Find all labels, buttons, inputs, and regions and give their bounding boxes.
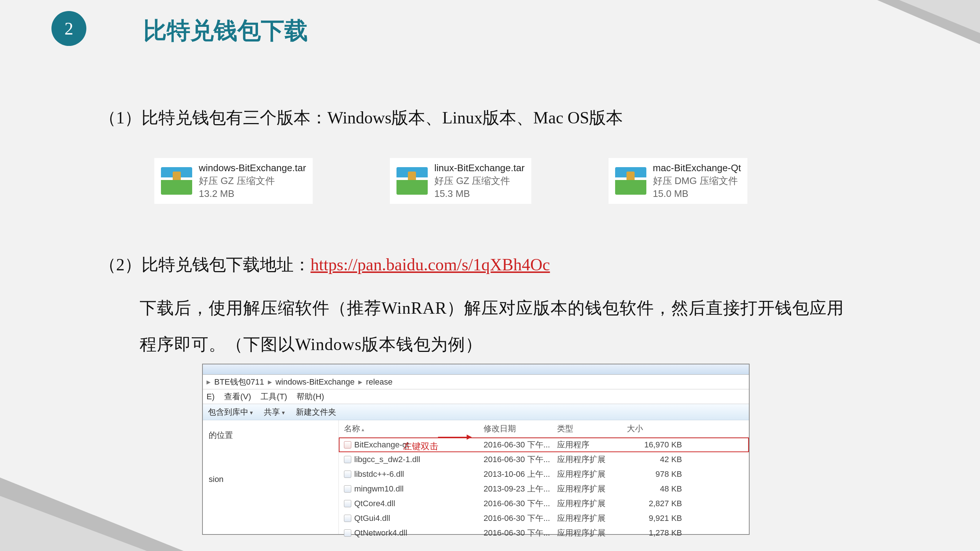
page-title: 比特兑钱包下载 xyxy=(143,15,308,47)
explorer-address-bar[interactable]: ▸ BTE钱包0711 ▸ windows-BitExchange ▸ rele… xyxy=(203,375,749,389)
col-date[interactable]: 修改日期 xyxy=(484,423,557,434)
file-type: 好压 GZ 压缩文件 xyxy=(199,175,306,187)
file-variants-row: windows-BitExchange.tar 好压 GZ 压缩文件 13.2 … xyxy=(154,158,748,204)
explorer-menu-bar: E) 查看(V) 工具(T) 帮助(H) xyxy=(203,389,749,404)
corner-decoration-tr xyxy=(877,0,980,44)
file-icon xyxy=(344,529,351,537)
file-type: 好压 GZ 压缩文件 xyxy=(434,175,525,187)
table-row[interactable]: libstdc++-6.dll2013-10-06 上午...应用程序扩展978… xyxy=(339,467,749,481)
line2-prefix: （2）比特兑钱包下载地址： xyxy=(99,255,310,274)
table-row[interactable]: QtGui4.dll2016-06-30 下午...应用程序扩展9,921 KB xyxy=(339,511,749,526)
cell-type: 应用程序扩展 xyxy=(557,454,627,465)
explorer-file-list: 名称 修改日期 类型 大小 BitExchange-qt2016-06-30 下… xyxy=(339,420,749,534)
archive-icon xyxy=(396,167,428,195)
nav-item[interactable]: sion xyxy=(209,469,332,490)
file-name: mac-BitExchange-Qt xyxy=(653,162,741,175)
file-card-mac: mac-BitExchange-Qt 好压 DMG 压缩文件 15.0 MB xyxy=(608,158,748,204)
cell-date: 2016-06-30 下午... xyxy=(484,513,557,524)
col-size[interactable]: 大小 xyxy=(627,423,689,434)
annotation-arrow-icon xyxy=(438,437,471,438)
toolbar-newfolder[interactable]: 新建文件夹 xyxy=(296,407,336,418)
cell-type: 应用程序扩展 xyxy=(557,513,627,524)
corner-decoration-bl xyxy=(0,478,184,551)
instruction-paragraph: 下载后，使用解压缩软件（推荐WinRAR）解压对应版本的钱包软件，然后直接打开钱… xyxy=(140,290,856,363)
toolbar-share[interactable]: 共享 xyxy=(264,407,285,418)
cell-date: 2016-06-30 下午... xyxy=(484,454,557,465)
chevron-right-icon: ▸ xyxy=(207,377,210,387)
table-row[interactable]: BitExchange-qt2016-06-30 下午...应用程序16,970… xyxy=(339,438,749,452)
cell-size: 16,970 KB xyxy=(627,440,689,449)
file-name: linux-BitExchange.tar xyxy=(434,162,525,175)
menu-help[interactable]: 帮助(H) xyxy=(296,391,324,402)
cell-name: BitExchange-qt xyxy=(354,440,409,449)
explorer-titlebar xyxy=(203,364,749,375)
cell-size: 9,921 KB xyxy=(627,513,689,523)
breadcrumb-seg[interactable]: BTE钱包0711 xyxy=(213,376,266,387)
cell-name: libstdc++-6.dll xyxy=(354,470,404,479)
cell-name: mingwm10.dll xyxy=(354,484,404,494)
file-card-windows: windows-BitExchange.tar 好压 GZ 压缩文件 13.2 … xyxy=(154,158,313,204)
table-row[interactable]: QtNetwork4.dll2016-06-30 下午...应用程序扩展1,27… xyxy=(339,526,749,540)
file-icon xyxy=(344,500,351,507)
file-icon xyxy=(344,441,351,448)
cell-size: 1,278 KB xyxy=(627,528,689,538)
cell-size: 42 KB xyxy=(627,455,689,464)
file-type: 好压 DMG 压缩文件 xyxy=(653,175,741,187)
cell-date: 2016-06-30 下午... xyxy=(484,527,557,538)
archive-icon xyxy=(161,167,192,195)
intro-line-2: （2）比特兑钱包下载地址：https://pan.baidu.com/s/1qX… xyxy=(99,254,550,276)
explorer-window: ▸ BTE钱包0711 ▸ windows-BitExchange ▸ rele… xyxy=(202,364,749,535)
file-icon xyxy=(344,456,351,463)
file-icon xyxy=(344,485,351,492)
menu-tools[interactable]: 工具(T) xyxy=(261,391,287,402)
col-type[interactable]: 类型 xyxy=(557,423,627,434)
breadcrumb-seg[interactable]: windows-BitExchange xyxy=(274,377,356,387)
explorer-nav-pane: 的位置 sion xyxy=(203,420,339,534)
cell-name: QtGui4.dll xyxy=(354,513,390,523)
cell-type: 应用程序扩展 xyxy=(557,469,627,480)
section-number: 2 xyxy=(65,18,73,38)
cell-date: 2016-06-30 下午... xyxy=(484,439,557,450)
file-icon xyxy=(344,470,351,478)
nav-item[interactable]: 的位置 xyxy=(209,424,332,447)
table-row[interactable]: mingwm10.dll2013-09-23 上午...应用程序扩展48 KB xyxy=(339,481,749,496)
chevron-right-icon: ▸ xyxy=(268,377,272,387)
toolbar-include[interactable]: 包含到库中 xyxy=(208,407,253,418)
archive-icon xyxy=(615,167,646,195)
cell-size: 978 KB xyxy=(627,470,689,479)
cell-name: QtCore4.dll xyxy=(354,499,395,508)
file-size: 15.3 MB xyxy=(434,187,525,200)
file-name: windows-BitExchange.tar xyxy=(199,162,306,175)
section-number-badge: 2 xyxy=(51,11,86,46)
explorer-columns: 名称 修改日期 类型 大小 xyxy=(339,420,749,438)
cell-type: 应用程序扩展 xyxy=(557,527,627,538)
cell-type: 应用程序 xyxy=(557,439,627,450)
menu-e[interactable]: E) xyxy=(207,392,215,402)
cell-type: 应用程序扩展 xyxy=(557,498,627,509)
breadcrumb-seg[interactable]: release xyxy=(364,377,394,387)
col-name[interactable]: 名称 xyxy=(344,423,484,434)
file-card-linux: linux-BitExchange.tar 好压 GZ 压缩文件 15.3 MB xyxy=(390,158,531,204)
cell-name: libgcc_s_dw2-1.dll xyxy=(354,455,420,464)
cell-date: 2013-09-23 上午... xyxy=(484,483,557,494)
file-size: 15.0 MB xyxy=(653,187,741,200)
cell-name: QtNetwork4.dll xyxy=(354,528,407,538)
table-row[interactable]: libgcc_s_dw2-1.dll2016-06-30 下午...应用程序扩展… xyxy=(339,452,749,467)
cell-date: 2013-10-06 上午... xyxy=(484,469,557,480)
menu-view[interactable]: 查看(V) xyxy=(224,391,251,402)
file-size: 13.2 MB xyxy=(199,187,306,200)
cell-type: 应用程序扩展 xyxy=(557,483,627,494)
cell-size: 2,827 KB xyxy=(627,499,689,508)
chevron-right-icon: ▸ xyxy=(358,377,362,387)
table-row[interactable]: QtCore4.dll2016-06-30 下午...应用程序扩展2,827 K… xyxy=(339,496,749,511)
cell-date: 2016-06-30 下午... xyxy=(484,498,557,509)
annotation-label: 左键双击 xyxy=(403,440,438,452)
file-icon xyxy=(344,514,351,522)
download-link[interactable]: https://pan.baidu.com/s/1qXBh4Oc xyxy=(310,255,550,274)
cell-size: 48 KB xyxy=(627,484,689,494)
intro-line-1: （1）比特兑钱包有三个版本：Windows版本、Linux版本、Mac OS版本 xyxy=(99,106,623,129)
explorer-toolbar: 包含到库中 共享 新建文件夹 xyxy=(203,404,749,420)
